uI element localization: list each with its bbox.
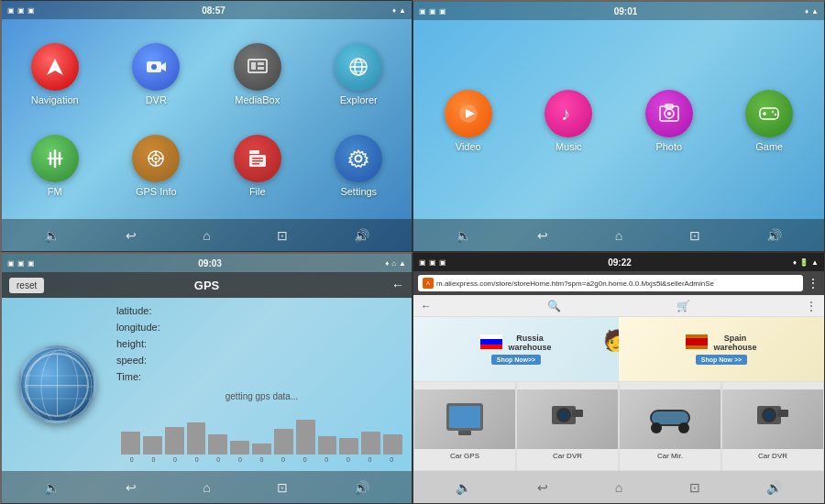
app-game[interactable]: Game xyxy=(720,90,820,152)
svg-rect-27 xyxy=(252,160,263,162)
browser-favicon: A xyxy=(423,278,434,289)
product-mirror-label: Car Mir. xyxy=(654,449,686,463)
back-gps[interactable]: ↩ xyxy=(126,480,137,495)
back-media[interactable]: ↩ xyxy=(537,228,548,243)
gps-header: reset GPS ← xyxy=(2,272,412,298)
notif-icon-gps: ▣ xyxy=(7,259,15,268)
recents-button[interactable]: ⊡ xyxy=(277,228,288,243)
settings-label: Settings xyxy=(340,186,377,197)
gpsinfo-icon xyxy=(132,135,180,182)
photo-app-icon xyxy=(645,90,693,137)
home-media[interactable]: ⌂ xyxy=(615,228,622,243)
gpsinfo-label: GPS Info xyxy=(136,186,177,197)
music-app-icon: ♪ xyxy=(544,90,592,137)
app-grid-home: Navigation DVR MediaBox xyxy=(2,21,412,219)
recents-browser[interactable]: ⊡ xyxy=(689,480,700,495)
app-navigation[interactable]: Navigation xyxy=(6,30,104,118)
vol-down-gps[interactable]: 🔈 xyxy=(44,480,60,495)
back-button[interactable]: ↩ xyxy=(126,228,137,243)
video-app-icon xyxy=(445,90,492,137)
home-browser[interactable]: ⌂ xyxy=(615,480,622,495)
back-browser[interactable]: ↩ xyxy=(537,480,548,495)
gps-bars xyxy=(121,418,402,455)
volume-down-button[interactable]: 🔈 xyxy=(44,228,60,243)
file-icon xyxy=(234,135,281,182)
mediabox-icon xyxy=(234,43,281,91)
photo-label: Photo xyxy=(655,141,682,152)
media-app-grid: Video ♪ Music Photo xyxy=(413,22,824,219)
product-gps-image xyxy=(414,389,515,449)
svg-marker-0 xyxy=(47,59,63,75)
wifi-icon-browser: ▣ xyxy=(429,258,436,267)
gps-icon-browser: ♦ xyxy=(793,258,797,267)
browser-menu-button[interactable]: ⋮ xyxy=(807,276,820,290)
gps-icon-media: ♦ xyxy=(805,7,808,16)
navigation-icon xyxy=(31,43,79,91)
gps-reset-button[interactable]: reset xyxy=(9,278,44,293)
status-bar-media: ▣ ▣ ▣ 09:01 ♦ ▲ xyxy=(413,2,824,20)
gps-speed-field: speed: xyxy=(116,355,407,366)
status-left-icons-gps: ▣ ▣ ▣ xyxy=(7,259,35,268)
vol-up-gps[interactable]: 🔊 xyxy=(354,480,369,495)
product-dvr1-label: Car DVR xyxy=(550,449,585,463)
product-dvr1[interactable]: Car DVR xyxy=(516,381,619,471)
mediabox-label: MediaBox xyxy=(235,94,280,105)
battery-icon: ▲ xyxy=(399,6,406,15)
bar-num-0: 0 xyxy=(130,456,134,463)
bar-num-5: 0 xyxy=(238,456,242,463)
svg-point-41 xyxy=(775,113,776,115)
browser-url-bar[interactable]: A m.aliexpress.com/store/storeHome.htm?s… xyxy=(418,275,803,291)
vol-down-media[interactable]: 🔈 xyxy=(456,228,471,243)
app-explorer[interactable]: Explorer xyxy=(311,30,408,118)
app-video[interactable]: Video xyxy=(418,90,519,152)
home-gps[interactable]: ⌂ xyxy=(203,480,210,495)
product-gps[interactable]: Car GPS xyxy=(413,381,516,471)
russia-shop-button[interactable]: Shop Now>> xyxy=(491,355,541,365)
recents-gps[interactable]: ⊡ xyxy=(277,480,288,495)
russia-warehouse-banner[interactable]: Russia warehouse 🧑 Shop Now>> xyxy=(413,317,619,381)
gps-height-field: height: xyxy=(116,338,407,349)
home-button[interactable]: ⌂ xyxy=(203,228,210,243)
wifi-signal-browser: ▲ xyxy=(811,258,819,267)
app-gpsinfo[interactable]: GPS Info xyxy=(108,123,205,211)
app-photo[interactable]: Photo xyxy=(619,90,720,152)
browser-back-button[interactable]: ← xyxy=(421,300,432,312)
app-fm[interactable]: FM xyxy=(6,123,104,211)
browser-cart-button[interactable]: 🛒 xyxy=(676,300,690,312)
svg-point-56 xyxy=(651,422,662,433)
signal-icon-media: ▣ xyxy=(439,7,446,16)
battery-icon-browser: 🔋 xyxy=(799,258,808,267)
app-dvr[interactable]: DVR xyxy=(108,30,205,118)
svg-rect-49 xyxy=(458,431,471,435)
vol-up-media[interactable]: 🔊 xyxy=(766,228,782,243)
vol-up-browser[interactable]: 🔊 xyxy=(766,480,782,495)
vol-down-browser[interactable]: 🔈 xyxy=(456,480,471,495)
bar-8 xyxy=(274,429,293,455)
status-time-browser: 09:22 xyxy=(608,257,632,268)
battery-icon-gps: ▲ xyxy=(399,259,406,268)
gps-back-button[interactable]: ← xyxy=(391,278,404,292)
browser-url-text: m.aliexpress.com/store/storeHome.htm?spm… xyxy=(436,279,714,288)
app-music[interactable]: ♪ Music xyxy=(519,90,620,152)
spain-shop-button[interactable]: Shop Now >> xyxy=(696,355,747,365)
gps-longitude-field: longitude: xyxy=(116,322,407,333)
product-dvr2[interactable]: Car DVR xyxy=(721,381,824,471)
notification-icon: ▣ xyxy=(7,6,15,15)
spain-warehouse-banner[interactable]: Spain warehouse Shop Now >> xyxy=(619,317,824,381)
bar-11 xyxy=(339,438,358,455)
bar-13 xyxy=(383,434,402,455)
music-label: Music xyxy=(556,141,582,152)
browser-more-button[interactable]: ⋮ xyxy=(806,300,817,312)
game-label: Game xyxy=(755,141,783,152)
recents-media[interactable]: ⊡ xyxy=(689,228,700,243)
app-file[interactable]: File xyxy=(209,123,306,211)
product-dvr2-label: Car DVR xyxy=(755,449,790,463)
gps-latitude-field: latitude: xyxy=(116,305,407,316)
file-label: File xyxy=(249,186,266,197)
product-dvr2-image xyxy=(722,389,823,449)
volume-up-button[interactable]: 🔊 xyxy=(354,228,369,243)
app-settings[interactable]: Settings xyxy=(311,123,408,211)
browser-search-button[interactable]: 🔍 xyxy=(547,300,561,312)
product-mirror[interactable]: Car Mir. xyxy=(619,381,721,471)
app-mediabox[interactable]: MediaBox xyxy=(209,30,306,118)
